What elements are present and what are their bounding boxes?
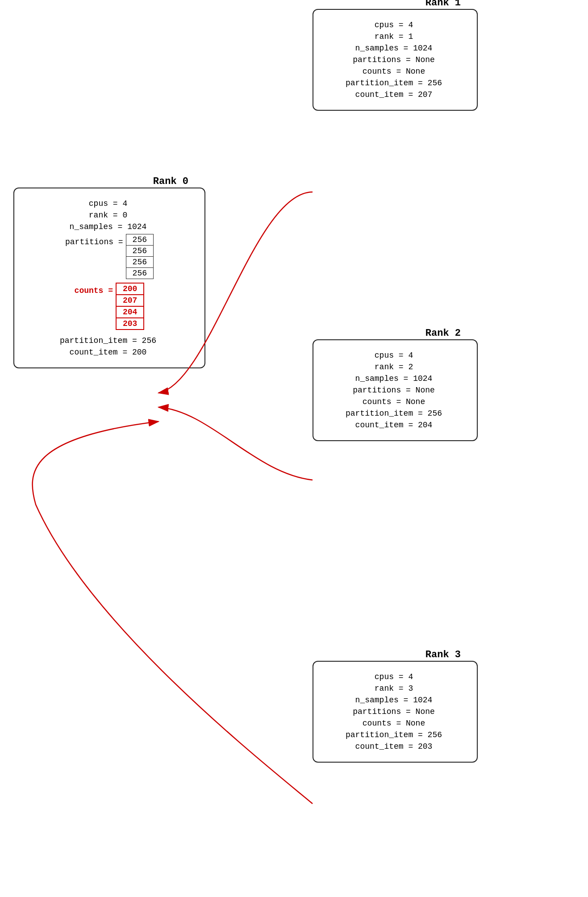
rank2-cpus: cpus = 4 [326, 351, 464, 360]
rank0-nsamples: n_samples = 1024 [27, 222, 192, 231]
rank0-rank: rank = 0 [27, 211, 192, 220]
rank1-partition-item: partition_item = 256 [326, 79, 464, 88]
rank2-rank: rank = 2 [326, 363, 464, 371]
arrow-rank2-to-rank0-204 [158, 407, 313, 480]
rank1-rank: rank = 1 [326, 32, 464, 41]
rank2-partition-item: partition_item = 256 [326, 409, 464, 418]
rank3-rank: rank = 3 [326, 684, 464, 693]
rank0-partition-2: 256 [126, 257, 153, 268]
rank0-count-2: 204 [117, 307, 143, 318]
rank1-box: Rank 1 cpus = 4 rank = 1 n_samples = 102… [313, 9, 478, 111]
rank2-count-item: count_item = 204 [326, 421, 464, 430]
rank0-partition-3: 256 [126, 268, 153, 279]
rank2-title: Rank 2 [422, 328, 464, 339]
rank3-nsamples: n_samples = 1024 [326, 696, 464, 705]
rank0-box: Rank 0 cpus = 4 rank = 0 n_samples = 102… [13, 188, 205, 368]
rank3-box: Rank 3 cpus = 4 rank = 3 n_samples = 102… [313, 661, 478, 763]
rank1-partitions: partitions = None [326, 55, 464, 64]
rank1-count-item: count_item = 207 [326, 90, 464, 99]
rank0-partitions-array: 256 256 256 256 [126, 234, 154, 279]
rank0-partition-1: 256 [126, 246, 153, 257]
rank3-counts: counts = None [326, 719, 464, 728]
rank0-count-1: 207 [117, 295, 143, 307]
rank0-partition-0: 256 [126, 234, 153, 246]
rank3-partitions: partitions = None [326, 707, 464, 716]
rank0-title: Rank 0 [150, 176, 192, 187]
rank0-counts-array: 200 207 204 203 [116, 283, 144, 330]
rank2-nsamples: n_samples = 1024 [326, 374, 464, 383]
rank0-count-item: count_item = 200 [27, 348, 192, 357]
rank1-counts: counts = None [326, 67, 464, 76]
rank0-count-3: 203 [117, 318, 143, 329]
rank1-title: Rank 1 [422, 0, 464, 8]
rank3-title: Rank 3 [422, 649, 464, 660]
arrows-svg [0, 0, 588, 897]
rank1-cpus: cpus = 4 [326, 21, 464, 29]
rank0-cpus: cpus = 4 [27, 199, 192, 208]
rank3-count-item: count_item = 203 [326, 742, 464, 751]
rank2-box: Rank 2 cpus = 4 rank = 2 n_samples = 102… [313, 339, 478, 441]
rank3-cpus: cpus = 4 [326, 672, 464, 681]
rank0-partition-item: partition_item = 256 [27, 336, 192, 345]
rank3-partition-item: partition_item = 256 [326, 730, 464, 739]
rank2-counts: counts = None [326, 397, 464, 406]
rank1-nsamples: n_samples = 1024 [326, 44, 464, 53]
rank2-partitions: partitions = None [326, 386, 464, 395]
rank0-counts: counts = 200 207 204 203 [27, 283, 192, 330]
rank0-partitions: partitions = 256 256 256 256 [27, 234, 192, 279]
rank0-count-0: 200 [117, 284, 143, 295]
arrow-rank3-to-rank0-203 [33, 421, 313, 804]
